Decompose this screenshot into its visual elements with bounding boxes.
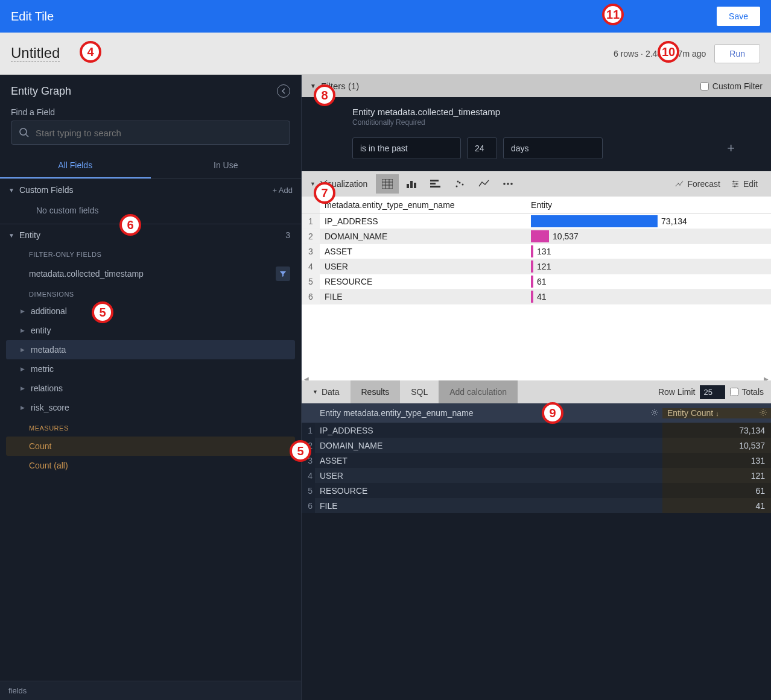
viz-row-bar: 121	[526, 259, 771, 274]
dimension-risk-score[interactable]: ▶risk_score	[0, 398, 301, 417]
edit-viz-button[interactable]: Edit	[726, 179, 763, 189]
svg-rect-8	[410, 181, 413, 188]
data-tab-results[interactable]: Results	[351, 380, 401, 403]
results-row-number: 4	[302, 468, 315, 483]
row-limit-input[interactable]	[700, 385, 725, 399]
viz-type-bar-icon[interactable]	[400, 174, 423, 194]
results-row[interactable]: 5RESOURCE61	[302, 483, 771, 498]
viz-type-hbar-icon[interactable]	[424, 174, 447, 194]
svg-point-26	[653, 411, 656, 414]
viz-col-name[interactable]: metadata.entity_type_enum_name	[320, 197, 526, 214]
viz-row-bar: 41	[526, 289, 771, 304]
run-button[interactable]: Run	[714, 44, 760, 63]
entity-count: 3	[285, 230, 290, 240]
find-field-label: Find a Field	[0, 107, 301, 121]
search-input[interactable]	[36, 128, 282, 138]
add-calculation-button[interactable]: Add calculation	[439, 380, 518, 403]
filters-bar[interactable]: ▼ Filters (1) Custom Filter	[302, 75, 771, 97]
filter-unit-select[interactable]: days	[503, 137, 603, 159]
caret-right-icon: ▶	[21, 405, 25, 411]
viz-row[interactable]: 3ASSET131	[302, 244, 771, 259]
viz-type-table-icon[interactable]	[376, 174, 399, 194]
custom-filter-toggle[interactable]: Custom Filter	[700, 81, 763, 91]
totals-toggle[interactable]: Totals	[730, 387, 764, 397]
viz-row[interactable]: 2DOMAIN_NAME10,537	[302, 229, 771, 244]
results-row[interactable]: 6FILE41	[302, 498, 771, 513]
results-row-count: 61	[662, 483, 771, 498]
caret-right-icon: ▶	[21, 366, 25, 372]
results-row[interactable]: 1IP_ADDRESS73,134	[302, 423, 771, 438]
results-col-count[interactable]: Entity Count	[667, 408, 713, 418]
dim-label: entity	[31, 326, 51, 335]
filter-field-collected-timestamp[interactable]: metadata.collected_timestamp	[0, 262, 301, 286]
viz-col-entity[interactable]: Entity	[526, 197, 771, 214]
svg-point-27	[762, 411, 764, 414]
svg-point-15	[462, 184, 464, 186]
caret-right-icon: ▶	[21, 385, 25, 391]
chevron-left-icon	[281, 88, 286, 94]
entity-section-header[interactable]: ▼Entity 3	[0, 224, 301, 246]
sidebar-footer: fields	[0, 681, 301, 700]
dimension-metric[interactable]: ▶metric	[0, 359, 301, 379]
viz-row[interactable]: 1IP_ADDRESS73,134	[302, 214, 771, 229]
results-row[interactable]: 4USER121	[302, 468, 771, 483]
viz-type-more-icon[interactable]	[497, 174, 519, 194]
svg-rect-2	[382, 179, 393, 189]
collapse-sidebar-icon[interactable]	[277, 84, 290, 98]
data-tab-data[interactable]: ▼Data	[302, 380, 351, 403]
custom-fields-label: Custom Fields	[19, 185, 73, 195]
dim-label: metric	[31, 364, 54, 374]
results-row-count: 131	[662, 453, 771, 468]
viz-row-number: 6	[302, 289, 320, 304]
viz-row[interactable]: 4USER121	[302, 259, 771, 274]
viz-horizontal-scrollbar[interactable]: ◀▶	[304, 376, 769, 380]
dimension-additional[interactable]: ▶additional	[0, 301, 301, 321]
viz-type-line-icon[interactable]	[472, 174, 495, 194]
forecast-label: Forecast	[687, 179, 720, 189]
caret-down-icon: ▼	[310, 83, 316, 89]
viz-row[interactable]: 5RESOURCE61	[302, 274, 771, 289]
gear-icon[interactable]	[759, 408, 767, 418]
results-col-name[interactable]: Entity metadata.entity_type_enum_name	[320, 408, 474, 418]
svg-rect-10	[430, 180, 439, 181]
tile-title-input[interactable]: Untitled	[11, 45, 60, 62]
filter-field-label: metadata.collected_timestamp	[29, 269, 144, 279]
svg-point-14	[459, 182, 461, 184]
gear-icon[interactable]	[650, 408, 659, 418]
filter-icon[interactable]	[276, 266, 290, 281]
svg-line-1	[26, 134, 28, 137]
measure-count-all[interactable]: Count (all)	[0, 456, 301, 475]
add-custom-field-button[interactable]: + Add	[272, 186, 293, 195]
dimension-relations[interactable]: ▶relations	[0, 379, 301, 398]
svg-point-18	[507, 183, 509, 185]
dimension-metadata[interactable]: ▶metadata	[6, 340, 295, 359]
sliders-icon	[731, 180, 740, 188]
save-button[interactable]: Save	[717, 7, 760, 26]
forecast-button[interactable]: Forecast	[670, 179, 725, 189]
measure-count[interactable]: Count	[6, 437, 295, 456]
search-field[interactable]	[11, 121, 290, 145]
add-filter-button[interactable]: +	[727, 140, 735, 156]
results-row[interactable]: 3ASSET131	[302, 453, 771, 468]
dimensions-header: DIMENSIONS	[0, 286, 301, 301]
filter-operator-select[interactable]: is in the past	[352, 137, 461, 159]
tab-all-fields[interactable]: All Fields	[0, 153, 151, 178]
results-row-count: 10,537	[662, 438, 771, 453]
filter-field-title: Entity metadata.collected_timestamp	[352, 107, 753, 117]
dimension-entity[interactable]: ▶entity	[0, 321, 301, 340]
svg-point-25	[734, 186, 735, 188]
viz-row[interactable]: 6FILE41	[302, 289, 771, 304]
viz-row-bar: 61	[526, 274, 771, 289]
viz-type-scatter-icon[interactable]	[448, 174, 471, 194]
filter-value-input[interactable]: 24	[467, 137, 497, 159]
filter-field-subtitle: Conditionally Required	[352, 118, 753, 127]
tab-in-use[interactable]: In Use	[151, 153, 302, 178]
results-row-number: 1	[302, 423, 315, 438]
viz-row-name: USER	[320, 259, 526, 274]
custom-filter-checkbox[interactable]	[700, 82, 709, 90]
data-tab-sql[interactable]: SQL	[400, 380, 439, 403]
filters-label: Filters (1)	[321, 81, 359, 91]
totals-checkbox[interactable]	[730, 388, 738, 396]
results-row[interactable]: 2DOMAIN_NAME10,537	[302, 438, 771, 453]
custom-fields-header[interactable]: ▼Custom Fields + Add	[0, 179, 301, 201]
